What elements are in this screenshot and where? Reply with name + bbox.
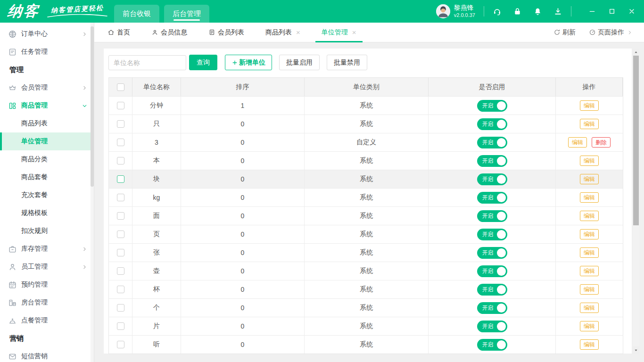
topbar-tab-cashier[interactable]: 前台收银 (114, 5, 159, 23)
toggle-knob (497, 212, 506, 221)
main-scrollbar[interactable] (633, 49, 639, 354)
sidebar-item[interactable]: 房台管理 (0, 294, 94, 312)
batch-disable-button[interactable]: 批量禁用 (327, 55, 367, 70)
sidebar-item-label: 会员管理 (21, 83, 48, 92)
unit-name-input[interactable] (108, 55, 186, 70)
row-checkbox[interactable] (117, 267, 124, 275)
enable-toggle[interactable]: 开启 (477, 192, 507, 204)
sidebar-subitem[interactable]: 商品套餐 (0, 168, 94, 186)
user-name: 黎燕锋 (454, 4, 475, 12)
unit-name-cell: 分钟 (132, 97, 181, 115)
row-checkbox[interactable] (117, 304, 124, 312)
edit-button[interactable]: 编辑 (580, 229, 599, 239)
scroll-down-button[interactable] (633, 346, 639, 354)
refresh-button[interactable]: 刷新 (553, 28, 576, 37)
row-checkbox[interactable] (117, 157, 124, 165)
page-tab[interactable]: 商品列表× (265, 23, 300, 42)
enable-toggle[interactable]: 开启 (477, 339, 507, 351)
tab-close-icon[interactable]: × (352, 29, 356, 36)
select-all-checkbox[interactable] (117, 83, 124, 91)
bell-icon[interactable] (533, 7, 542, 16)
page-tab[interactable]: 首页 (107, 23, 130, 42)
enable-toggle[interactable]: 开启 (477, 118, 507, 130)
add-unit-button[interactable]: 新增单位 (225, 55, 272, 70)
row-checkbox[interactable] (117, 102, 124, 109)
sidebar-item[interactable]: 员工管理 (0, 258, 94, 276)
edit-button[interactable]: 编辑 (580, 192, 599, 203)
row-checkbox[interactable] (117, 175, 124, 183)
enable-toggle[interactable]: 开启 (477, 155, 507, 167)
enable-toggle[interactable]: 开启 (477, 265, 507, 277)
sidebar-item[interactable]: 商品管理 (0, 97, 94, 115)
edit-button[interactable]: 编辑 (580, 284, 599, 295)
enable-toggle[interactable]: 开启 (477, 137, 507, 148)
minimize-icon[interactable] (588, 8, 596, 15)
actions-cell: 编辑删除 (556, 133, 623, 151)
scroll-up-button[interactable] (633, 49, 639, 56)
row-checkbox[interactable] (117, 286, 124, 293)
edit-button[interactable]: 编辑 (580, 303, 599, 313)
sidebar-item[interactable]: 会员管理 (0, 79, 94, 97)
edit-button[interactable]: 编辑 (568, 137, 587, 148)
row-checkbox[interactable] (117, 194, 124, 201)
sidebar-subitem[interactable]: 单位管理 (0, 132, 94, 150)
edit-button[interactable]: 编辑 (580, 174, 599, 184)
table-row: 页0系统开启编辑 (109, 225, 623, 243)
avatar[interactable] (436, 4, 450, 18)
enable-toggle[interactable]: 开启 (477, 100, 507, 112)
sidebar-subitem[interactable]: 扣次规则 (0, 222, 94, 240)
maximize-icon[interactable] (608, 8, 616, 15)
customer-service-icon[interactable] (493, 7, 502, 16)
main-scrollbar-thumb[interactable] (633, 56, 639, 225)
sidebar-subitem[interactable]: 商品分类 (0, 150, 94, 168)
enable-toggle[interactable]: 开启 (477, 229, 507, 240)
sidebar-item[interactable]: 任务管理 (0, 43, 94, 61)
page-operations-button[interactable]: 页面操作 (589, 28, 633, 37)
download-icon[interactable] (553, 7, 562, 16)
edit-button[interactable]: 编辑 (580, 156, 599, 166)
close-icon[interactable] (628, 8, 636, 15)
row-checkbox[interactable] (117, 230, 124, 238)
chevron-right-icon (82, 31, 88, 37)
sidebar-item[interactable]: 订单中心 (0, 25, 94, 43)
enable-toggle[interactable]: 开启 (477, 284, 507, 296)
page-tab[interactable]: 会员信息 (151, 23, 187, 42)
lock-icon[interactable] (513, 7, 522, 16)
edit-button[interactable]: 编辑 (580, 119, 599, 129)
row-checkbox[interactable] (117, 249, 124, 256)
sidebar-item[interactable]: 库存管理 (0, 240, 94, 258)
page-tab[interactable]: 会员列表 (208, 23, 244, 42)
tab-close-icon[interactable]: × (296, 29, 300, 36)
row-checkbox[interactable] (117, 212, 124, 220)
sidebar-item-label: 商品管理 (21, 101, 48, 110)
edit-button[interactable]: 编辑 (580, 211, 599, 221)
edit-button[interactable]: 编辑 (580, 100, 599, 111)
sidebar-item[interactable]: 预约管理 (0, 276, 94, 294)
batch-enable-button[interactable]: 批量启用 (279, 55, 320, 70)
enable-toggle[interactable]: 开启 (477, 321, 507, 332)
sidebar-item-label: 点餐管理 (21, 316, 48, 325)
page-tab[interactable]: 单位管理× (322, 23, 356, 42)
row-checkbox[interactable] (117, 120, 124, 128)
sidebar-subitem[interactable]: 商品列表 (0, 115, 94, 132)
sidebar-item[interactable]: 点餐管理 (0, 312, 94, 329)
search-button[interactable]: 查询 (189, 55, 217, 70)
edit-button[interactable]: 编辑 (580, 247, 599, 258)
edit-button[interactable]: 编辑 (580, 339, 599, 350)
sidebar-item[interactable]: 短信营销 (0, 347, 94, 362)
sidebar-subitem[interactable]: 充次套餐 (0, 186, 94, 204)
enable-toggle[interactable]: 开启 (477, 302, 507, 314)
delete-button[interactable]: 删除 (592, 137, 611, 148)
enable-toggle[interactable]: 开启 (477, 173, 507, 185)
enable-toggle[interactable]: 开启 (477, 247, 507, 259)
topbar-tab-backoffice[interactable]: 后台管理 (164, 5, 209, 23)
edit-button[interactable]: 编辑 (580, 321, 599, 331)
row-checkbox[interactable] (117, 322, 124, 330)
row-checkbox[interactable] (117, 139, 124, 146)
crown-icon (8, 83, 17, 92)
edit-button[interactable]: 编辑 (580, 266, 599, 276)
enable-toggle[interactable]: 开启 (477, 210, 507, 222)
sidebar-subitem[interactable]: 规格模板 (0, 204, 94, 222)
row-checkbox[interactable] (117, 341, 124, 348)
sort-cell: 0 (181, 152, 305, 170)
